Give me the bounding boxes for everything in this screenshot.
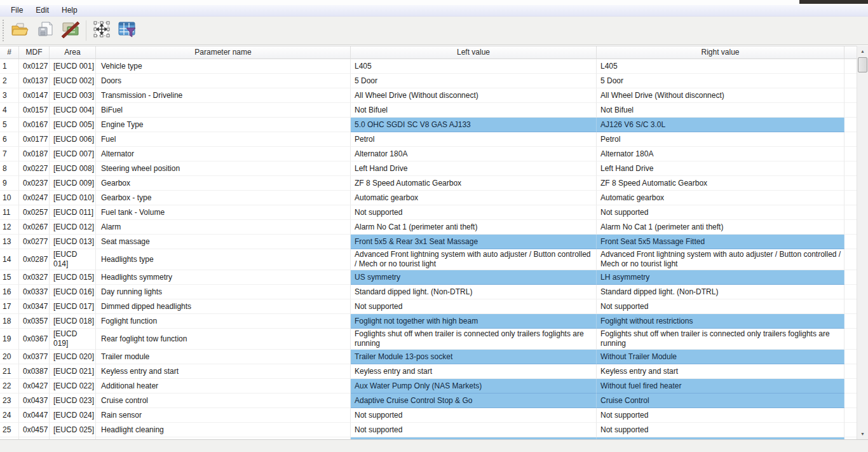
table-row[interactable]: 110x0257[EUCD 011]Fuel tank - VolumeNot … xyxy=(0,205,857,220)
vertical-scrollbar[interactable]: ▲ ▼ xyxy=(857,46,868,439)
column-header-right-value[interactable]: Right value xyxy=(597,46,844,59)
cell-area: [EUCD 006] xyxy=(50,132,96,147)
cell-filler xyxy=(844,74,857,88)
cell-area: [EUCD 008] xyxy=(50,161,96,176)
table-filter-button[interactable] xyxy=(114,18,140,43)
cell-param: Headlight cleaning xyxy=(96,423,351,437)
toolbar-separator xyxy=(86,20,86,41)
save-file-button[interactable] xyxy=(32,18,58,43)
table-row[interactable]: 240x0447[EUCD 024]Rain sensorNot support… xyxy=(0,408,857,423)
cell-mdf: 0x0437 xyxy=(19,394,50,408)
table-row[interactable]: 140x0287[EUCD 014]Headlights typeAdvance… xyxy=(0,249,857,270)
cell-area: [EUCD 011] xyxy=(50,205,96,220)
table-row[interactable]: 40x0157[EUCD 004]BiFuelNot BifuelNot Bif… xyxy=(0,103,857,118)
cell-num: 25 xyxy=(0,423,19,437)
column-header--[interactable]: # xyxy=(0,46,19,59)
cell-right: Keyless entry and start xyxy=(597,364,844,379)
column-header-mdf[interactable]: MDF xyxy=(19,46,50,59)
cell-param: Fuel tank - Volume xyxy=(96,205,351,220)
cell-filler xyxy=(844,350,857,364)
cell-param: Foglight function xyxy=(96,314,351,329)
table-row[interactable]: 170x0347[EUCD 017]Dimmed dipped headligh… xyxy=(0,299,857,314)
cell-param: Alternator xyxy=(96,147,351,161)
cell-left: Keyless entry and start xyxy=(351,364,597,379)
cell-filler xyxy=(844,299,857,314)
table-row[interactable]: 160x0337[EUCD 016]Day running lightsStan… xyxy=(0,285,857,299)
cell-param: Steering wheel position xyxy=(96,161,351,176)
cell-num: 6 xyxy=(0,132,19,147)
table-row[interactable]: 250x0457[EUCD 025]Headlight cleaningNot … xyxy=(0,423,857,437)
cell-area: [EUCD 018] xyxy=(50,314,96,329)
cell-right: Without fuel fired heater xyxy=(597,379,844,394)
cell-param: Headlights type xyxy=(96,249,351,270)
scrollbar-thumb[interactable] xyxy=(858,57,867,72)
table-row[interactable]: 220x0427[EUCD 022]Additional heaterAux W… xyxy=(0,379,857,394)
compare-icon xyxy=(60,20,81,41)
cell-right: Not supported xyxy=(597,299,844,314)
cell-num: 1 xyxy=(0,59,19,74)
cell-left: 5 Door xyxy=(351,74,597,88)
cell-area: [EUCD 024] xyxy=(50,408,96,423)
cell-filler xyxy=(844,132,857,147)
table-row[interactable]: 150x0327[EUCD 015]Headlights symmetryUS … xyxy=(0,270,857,285)
cell-area: [EUCD 003] xyxy=(50,88,96,103)
cell-filler xyxy=(844,176,857,191)
column-header-left-value[interactable]: Left value xyxy=(351,46,597,59)
cell-mdf: 0x0387 xyxy=(19,364,50,379)
table-row[interactable]: 130x0277[EUCD 013]Seat massageFront 5x5 … xyxy=(0,235,857,249)
cell-filler xyxy=(844,88,857,103)
scroll-up-button[interactable]: ▲ xyxy=(857,46,868,57)
table-row[interactable]: 90x0237[EUCD 009]GearboxZF 8 Speed Autom… xyxy=(0,176,857,191)
table-row[interactable]: 10x0127[EUCD 001]Vehicle typeL405L405 xyxy=(0,59,857,74)
cell-mdf: 0x0177 xyxy=(19,132,50,147)
cell-area: [EUCD 017] xyxy=(50,299,96,314)
fit-selection-button[interactable] xyxy=(89,18,114,43)
table-row[interactable]: 100x0247[EUCD 010]Gearbox - typeAutomati… xyxy=(0,191,857,205)
cell-area: [EUCD 020] xyxy=(50,350,96,364)
table-row[interactable]: 80x0227[EUCD 008]Steering wheel position… xyxy=(0,161,857,176)
compare-files-button[interactable] xyxy=(58,18,83,43)
cell-right: Automatic gearbox xyxy=(597,191,844,205)
table-row[interactable]: 200x0377[EUCD 020]Trailer moduleTrailer … xyxy=(0,350,857,364)
cell-area: [EUCD 001] xyxy=(50,59,96,74)
cell-left: ZF 8 Speed Automatic Gearbox xyxy=(351,176,597,191)
cell-num: 7 xyxy=(0,147,19,161)
cell-right: Not supported xyxy=(597,205,844,220)
cell-num: 2 xyxy=(0,74,19,88)
cell-right: Alarm No Cat 1 (perimeter anti theft) xyxy=(597,220,844,235)
cell-param: Cruise control xyxy=(96,394,351,408)
table-row[interactable]: 210x0387[EUCD 021]Keyless entry and star… xyxy=(0,364,857,379)
cell-mdf: 0x0347 xyxy=(19,299,50,314)
cell-left: Petrol xyxy=(351,132,597,147)
column-header-area[interactable]: Area xyxy=(50,46,96,59)
cell-right: L405 xyxy=(597,59,844,74)
cell-left: Not supported xyxy=(351,408,597,423)
cell-mdf: 0x0237 xyxy=(19,176,50,191)
table-row[interactable]: 190x0367[EUCD 019]Rear foglight tow func… xyxy=(0,329,857,350)
scroll-down-button[interactable]: ▼ xyxy=(857,428,868,439)
cell-param: Gearbox xyxy=(96,176,351,191)
menu-file[interactable]: File xyxy=(4,5,29,16)
cell-right: ZF 8 Speed Automatic Gearbox xyxy=(597,176,844,191)
table-row[interactable]: 20x0137[EUCD 002]Doors5 Door5 Door xyxy=(0,74,857,88)
column-header-filler[interactable] xyxy=(844,46,857,59)
toolbar-gripper[interactable] xyxy=(2,20,4,41)
cell-mdf: 0x0287 xyxy=(19,249,50,270)
table-row[interactable]: 50x0167[EUCD 005]Engine Type5.0 OHC SGDI… xyxy=(0,118,857,132)
menu-help[interactable]: Help xyxy=(55,5,84,16)
column-header-parameter-name[interactable]: Parameter name xyxy=(96,46,351,59)
cell-mdf: 0x0277 xyxy=(19,235,50,249)
cell-mdf: 0x0187 xyxy=(19,147,50,161)
table-row[interactable]: 180x0357[EUCD 018]Foglight functionFogli… xyxy=(0,314,857,329)
cell-filler xyxy=(844,423,857,437)
open-file-button[interactable] xyxy=(7,18,32,43)
cell-num: 16 xyxy=(0,285,19,299)
cell-area: [EUCD 021] xyxy=(50,364,96,379)
cell-area: [EUCD 007] xyxy=(50,147,96,161)
table-row[interactable]: 60x0177[EUCD 006]FuelPetrolPetrol xyxy=(0,132,857,147)
menu-edit[interactable]: Edit xyxy=(29,5,55,16)
table-row[interactable]: 230x0437[EUCD 023]Cruise controlAdaptive… xyxy=(0,394,857,408)
table-row[interactable]: 120x0267[EUCD 012]AlarmAlarm No Cat 1 (p… xyxy=(0,220,857,235)
table-row[interactable]: 70x0187[EUCD 007]AlternatorAlternator 18… xyxy=(0,147,857,161)
table-row[interactable]: 30x0147[EUCD 003]Transmission - Drivelin… xyxy=(0,88,857,103)
